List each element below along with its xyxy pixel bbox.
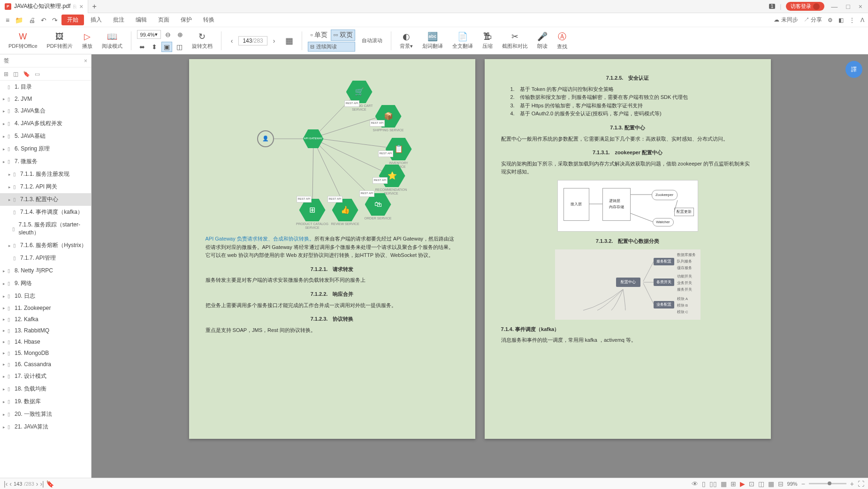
sb-icon-3[interactable]: ▦	[768, 480, 774, 488]
bookmark-tool-1[interactable]: ⊞	[4, 71, 8, 77]
background-button[interactable]: ◐ 背景▾	[397, 31, 416, 50]
bookmark-item[interactable]: ▸▯20. 一致性算法	[0, 408, 91, 421]
last-page-icon[interactable]: ›|	[40, 480, 44, 488]
menu-convert[interactable]: 转换	[198, 14, 219, 26]
sb-icon-1[interactable]: ⊡	[749, 480, 754, 488]
bookmark-item[interactable]: ▸▯21. JAVA算法	[0, 421, 91, 433]
bookmark-item[interactable]: ▸▯16. Cassandra	[0, 359, 91, 370]
view-grid-icon[interactable]: ⊞	[731, 480, 736, 488]
rotate-button[interactable]: ↻ 旋转文档	[189, 31, 215, 50]
fit-width-icon[interactable]: ⬌	[137, 42, 147, 52]
more-icon[interactable]: ⋮	[849, 17, 855, 23]
bookmark-item[interactable]: ▸▯14. Hbase	[0, 336, 91, 347]
bookmark-item[interactable]: ▸▯9. 网络	[0, 277, 91, 290]
skin-icon[interactable]: ◧	[838, 17, 844, 23]
zoom-out-icon[interactable]: ⊖	[163, 30, 173, 40]
guest-login-button[interactable]: 访客登录	[786, 2, 824, 11]
zoom-out-button[interactable]: −	[801, 480, 805, 488]
actual-size-icon[interactable]: ▣	[161, 42, 172, 52]
bookmark-item[interactable]: ▸▯4. JAVA多线程并发	[0, 117, 91, 130]
thumbnail-button[interactable]: ▦	[282, 36, 296, 46]
bookmark-item[interactable]: ▸▯17. 设计模式	[0, 370, 91, 383]
document-tab[interactable]: P JAVA核心知识整理.pdf ⎘ ×	[0, 0, 88, 13]
read-mode-button[interactable]: 📖 阅读模式	[99, 31, 125, 50]
bookmark-tool-4[interactable]: ▭	[35, 71, 40, 77]
sb-icon-2[interactable]: ◫	[758, 480, 764, 488]
view-double-icon[interactable]: ▯▯	[709, 480, 717, 488]
prev-page-icon[interactable]: ‹	[9, 480, 12, 488]
find-button[interactable]: Ⓐ 查找	[554, 31, 570, 50]
bookmark-item[interactable]: ▸▯7.1.1. 服务注册发现	[0, 168, 91, 181]
bookmark-item[interactable]: ▸▯7.1.6. 服务熔断（Hystrix）	[0, 239, 91, 252]
close-window-button[interactable]: ×	[857, 3, 864, 10]
fit-page-icon[interactable]: ⬍	[149, 42, 160, 52]
double-page-button[interactable]: ▫▫ 双页	[331, 30, 355, 41]
bookmark-item[interactable]: ▸▯3. JAVA集合	[0, 105, 91, 117]
pdf-to-image-button[interactable]: 🖼 PDF转图片	[44, 32, 76, 50]
next-page-icon[interactable]: ›	[36, 480, 38, 488]
bookmark-item[interactable]: ▸▯2. JVM	[0, 93, 91, 105]
bookmark-item[interactable]: ▯7.1.4. 事件调度（kafka）	[0, 206, 91, 218]
tab-close-icon[interactable]: ×	[79, 3, 83, 10]
page-current[interactable]: 143	[243, 38, 252, 44]
maximize-button[interactable]: □	[844, 3, 852, 10]
collapse-ribbon-icon[interactable]: ᐱ	[860, 17, 864, 23]
bookmark-item[interactable]: ▸▯18. 负载均衡	[0, 383, 91, 395]
minimize-button[interactable]: —	[829, 3, 839, 10]
pdf-to-office-button[interactable]: W PDF转Office	[6, 32, 40, 50]
bookmark-item[interactable]: ▸▯13. RabbitMQ	[0, 325, 91, 336]
start-tab[interactable]: 开始	[61, 15, 84, 25]
menu-page[interactable]: 页面	[153, 14, 174, 26]
bookmark-tool-3[interactable]: 🔖	[23, 71, 30, 77]
zoom-in-button[interactable]: +	[850, 480, 854, 488]
fit-icon[interactable]: ◫	[174, 42, 185, 52]
menu-protect[interactable]: 保护	[176, 14, 197, 26]
redo-icon[interactable]: ↷	[50, 15, 60, 26]
play-button[interactable]: ▷ 播放	[79, 31, 95, 50]
print-icon[interactable]: 🖨	[27, 15, 37, 26]
zoom-level[interactable]: 99.4% ▾	[137, 30, 161, 39]
status-page[interactable]: 143	[14, 481, 22, 487]
float-translate-button[interactable]: 譯	[845, 61, 862, 78]
zoom-slider[interactable]	[809, 483, 846, 484]
notification-badge[interactable]: 1	[769, 4, 776, 9]
bookmark-item[interactable]: ▸▯11. Zookeeper	[0, 302, 91, 314]
screenshot-button[interactable]: ✂ 截图和对比	[499, 31, 531, 50]
sidebar-close-icon[interactable]: ×	[84, 58, 87, 64]
document-content[interactable]: 👤 API GATEWAY 🛒 SHOPPING CART SERVICE RE…	[91, 54, 868, 478]
bookmark-item[interactable]: ▸▯6. Spring 原理	[0, 143, 91, 155]
single-page-button[interactable]: ▫ 单页	[308, 30, 330, 41]
bookmark-item[interactable]: ▸▯7.1.3. 配置中心	[0, 193, 91, 206]
bookmark-item[interactable]: ▸▯5. JAVA基础	[0, 130, 91, 143]
bookmark-item[interactable]: ▸▯15. MongoDB	[0, 347, 91, 359]
full-translate-button[interactable]: 📄 全文翻译	[449, 31, 476, 50]
sb-icon-4[interactable]: ⊟	[778, 480, 784, 488]
next-page-button[interactable]: ›	[269, 36, 279, 45]
eye-icon[interactable]: 👁	[692, 480, 698, 488]
bookmark-item[interactable]: ▯1. 目录	[0, 81, 91, 93]
status-zoom[interactable]: 99%	[787, 481, 798, 487]
menu-insert[interactable]: 插入	[86, 14, 107, 26]
bookmark-item[interactable]: ▸▯8. Netty 与RPC	[0, 264, 91, 277]
menu-edit[interactable]: 编辑	[131, 14, 152, 26]
bookmark-item[interactable]: ▯7.1.7. API管理	[0, 252, 91, 264]
view-single-icon[interactable]: ▯	[702, 480, 706, 488]
settings-icon[interactable]: ⚙	[828, 17, 833, 23]
bookmark-item[interactable]: ▯7.1.5. 服务跟踪（starter-sleuth）	[0, 218, 91, 239]
fullscreen-icon[interactable]: ⛶	[858, 480, 864, 488]
bookmark-item[interactable]: ▸▯7.1.2. API 网关	[0, 181, 91, 193]
read-aloud-button[interactable]: 🎤 朗读	[534, 31, 550, 50]
sync-status[interactable]: ☁ 未同步	[774, 16, 798, 24]
bookmark-item[interactable]: ▸▯7. 微服务	[0, 155, 91, 168]
prev-page-button[interactable]: ‹	[227, 36, 237, 45]
undo-icon[interactable]: ↶	[39, 15, 48, 26]
bookmark-tool-2[interactable]: ◫	[13, 71, 18, 77]
menu-annotate[interactable]: 批注	[108, 14, 129, 26]
open-icon[interactable]: 📁	[13, 15, 25, 26]
tab-pin-icon[interactable]: ⎘	[73, 4, 76, 9]
bookmark-item[interactable]: ▸▯12. Kafka	[0, 314, 91, 325]
auto-scroll-button[interactable]: 自动滚动	[359, 37, 385, 44]
continuous-button[interactable]: ⊟ 连续阅读	[308, 42, 355, 52]
first-page-icon[interactable]: |‹	[4, 480, 8, 488]
add-tab-button[interactable]: +	[92, 2, 96, 11]
